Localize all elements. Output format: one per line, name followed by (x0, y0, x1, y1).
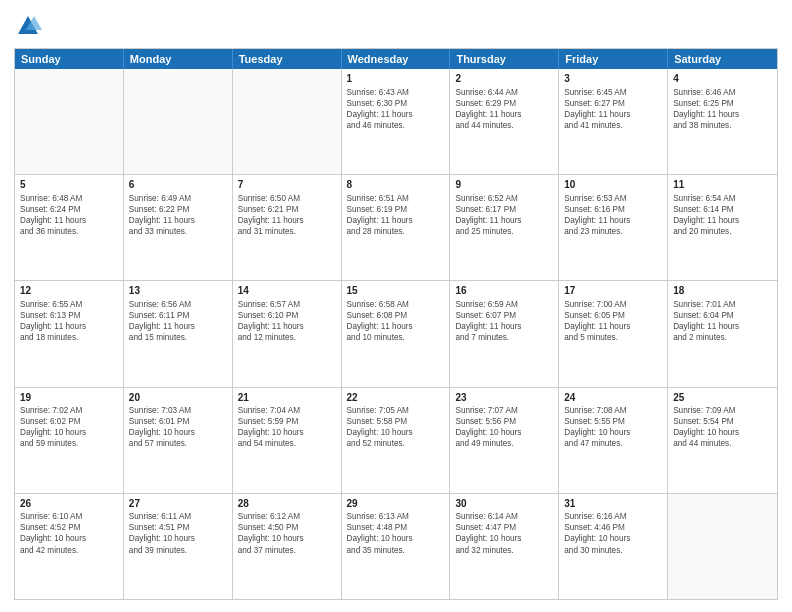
day-info: Sunrise: 6:12 AM Sunset: 4:50 PM Dayligh… (238, 511, 336, 555)
day-number: 29 (347, 497, 445, 511)
day-cell-17: 17Sunrise: 7:00 AM Sunset: 6:05 PM Dayli… (559, 281, 668, 386)
day-number: 8 (347, 178, 445, 192)
week-row-2: 12Sunrise: 6:55 AM Sunset: 6:13 PM Dayli… (15, 281, 777, 387)
day-cell-24: 24Sunrise: 7:08 AM Sunset: 5:55 PM Dayli… (559, 388, 668, 493)
day-cell-20: 20Sunrise: 7:03 AM Sunset: 6:01 PM Dayli… (124, 388, 233, 493)
day-cell-30: 30Sunrise: 6:14 AM Sunset: 4:47 PM Dayli… (450, 494, 559, 599)
day-number: 26 (20, 497, 118, 511)
day-cell-11: 11Sunrise: 6:54 AM Sunset: 6:14 PM Dayli… (668, 175, 777, 280)
day-cell-18: 18Sunrise: 7:01 AM Sunset: 6:04 PM Dayli… (668, 281, 777, 386)
day-cell-9: 9Sunrise: 6:52 AM Sunset: 6:17 PM Daylig… (450, 175, 559, 280)
day-number: 3 (564, 72, 662, 86)
day-info: Sunrise: 7:08 AM Sunset: 5:55 PM Dayligh… (564, 405, 662, 449)
header-day-thursday: Thursday (450, 49, 559, 69)
logo (14, 12, 46, 40)
day-info: Sunrise: 6:53 AM Sunset: 6:16 PM Dayligh… (564, 193, 662, 237)
day-cell-31: 31Sunrise: 6:16 AM Sunset: 4:46 PM Dayli… (559, 494, 668, 599)
day-info: Sunrise: 7:07 AM Sunset: 5:56 PM Dayligh… (455, 405, 553, 449)
day-number: 13 (129, 284, 227, 298)
day-info: Sunrise: 7:09 AM Sunset: 5:54 PM Dayligh… (673, 405, 772, 449)
day-info: Sunrise: 6:44 AM Sunset: 6:29 PM Dayligh… (455, 87, 553, 131)
day-number: 6 (129, 178, 227, 192)
day-cell-1: 1Sunrise: 6:43 AM Sunset: 6:30 PM Daylig… (342, 69, 451, 174)
day-info: Sunrise: 6:10 AM Sunset: 4:52 PM Dayligh… (20, 511, 118, 555)
day-cell-15: 15Sunrise: 6:58 AM Sunset: 6:08 PM Dayli… (342, 281, 451, 386)
day-info: Sunrise: 6:52 AM Sunset: 6:17 PM Dayligh… (455, 193, 553, 237)
day-info: Sunrise: 6:11 AM Sunset: 4:51 PM Dayligh… (129, 511, 227, 555)
day-cell-4: 4Sunrise: 6:46 AM Sunset: 6:25 PM Daylig… (668, 69, 777, 174)
day-cell-22: 22Sunrise: 7:05 AM Sunset: 5:58 PM Dayli… (342, 388, 451, 493)
header-day-saturday: Saturday (668, 49, 777, 69)
day-number: 14 (238, 284, 336, 298)
header-day-sunday: Sunday (15, 49, 124, 69)
day-number: 12 (20, 284, 118, 298)
day-number: 20 (129, 391, 227, 405)
day-info: Sunrise: 7:04 AM Sunset: 5:59 PM Dayligh… (238, 405, 336, 449)
day-cell-29: 29Sunrise: 6:13 AM Sunset: 4:48 PM Dayli… (342, 494, 451, 599)
day-number: 2 (455, 72, 553, 86)
day-info: Sunrise: 6:56 AM Sunset: 6:11 PM Dayligh… (129, 299, 227, 343)
day-number: 19 (20, 391, 118, 405)
page: SundayMondayTuesdayWednesdayThursdayFrid… (0, 0, 792, 612)
day-number: 16 (455, 284, 553, 298)
day-number: 21 (238, 391, 336, 405)
week-row-4: 26Sunrise: 6:10 AM Sunset: 4:52 PM Dayli… (15, 494, 777, 599)
header-day-tuesday: Tuesday (233, 49, 342, 69)
day-number: 1 (347, 72, 445, 86)
day-cell-19: 19Sunrise: 7:02 AM Sunset: 6:02 PM Dayli… (15, 388, 124, 493)
day-info: Sunrise: 6:55 AM Sunset: 6:13 PM Dayligh… (20, 299, 118, 343)
day-number: 5 (20, 178, 118, 192)
day-cell-14: 14Sunrise: 6:57 AM Sunset: 6:10 PM Dayli… (233, 281, 342, 386)
day-cell-12: 12Sunrise: 6:55 AM Sunset: 6:13 PM Dayli… (15, 281, 124, 386)
day-cell-7: 7Sunrise: 6:50 AM Sunset: 6:21 PM Daylig… (233, 175, 342, 280)
day-info: Sunrise: 6:51 AM Sunset: 6:19 PM Dayligh… (347, 193, 445, 237)
calendar-header: SundayMondayTuesdayWednesdayThursdayFrid… (15, 49, 777, 69)
day-info: Sunrise: 6:58 AM Sunset: 6:08 PM Dayligh… (347, 299, 445, 343)
day-cell-8: 8Sunrise: 6:51 AM Sunset: 6:19 PM Daylig… (342, 175, 451, 280)
day-cell-26: 26Sunrise: 6:10 AM Sunset: 4:52 PM Dayli… (15, 494, 124, 599)
day-info: Sunrise: 6:43 AM Sunset: 6:30 PM Dayligh… (347, 87, 445, 131)
empty-cell-4-6 (668, 494, 777, 599)
day-number: 17 (564, 284, 662, 298)
day-info: Sunrise: 6:16 AM Sunset: 4:46 PM Dayligh… (564, 511, 662, 555)
week-row-0: 1Sunrise: 6:43 AM Sunset: 6:30 PM Daylig… (15, 69, 777, 175)
day-cell-16: 16Sunrise: 6:59 AM Sunset: 6:07 PM Dayli… (450, 281, 559, 386)
day-number: 4 (673, 72, 772, 86)
day-cell-28: 28Sunrise: 6:12 AM Sunset: 4:50 PM Dayli… (233, 494, 342, 599)
day-cell-13: 13Sunrise: 6:56 AM Sunset: 6:11 PM Dayli… (124, 281, 233, 386)
day-number: 31 (564, 497, 662, 511)
day-info: Sunrise: 6:54 AM Sunset: 6:14 PM Dayligh… (673, 193, 772, 237)
day-cell-23: 23Sunrise: 7:07 AM Sunset: 5:56 PM Dayli… (450, 388, 559, 493)
day-number: 18 (673, 284, 772, 298)
day-number: 22 (347, 391, 445, 405)
day-info: Sunrise: 6:45 AM Sunset: 6:27 PM Dayligh… (564, 87, 662, 131)
day-info: Sunrise: 7:03 AM Sunset: 6:01 PM Dayligh… (129, 405, 227, 449)
day-number: 15 (347, 284, 445, 298)
day-info: Sunrise: 6:49 AM Sunset: 6:22 PM Dayligh… (129, 193, 227, 237)
week-row-1: 5Sunrise: 6:48 AM Sunset: 6:24 PM Daylig… (15, 175, 777, 281)
day-number: 11 (673, 178, 772, 192)
day-cell-27: 27Sunrise: 6:11 AM Sunset: 4:51 PM Dayli… (124, 494, 233, 599)
calendar-body: 1Sunrise: 6:43 AM Sunset: 6:30 PM Daylig… (15, 69, 777, 599)
empty-cell-0-2 (233, 69, 342, 174)
day-info: Sunrise: 6:46 AM Sunset: 6:25 PM Dayligh… (673, 87, 772, 131)
day-info: Sunrise: 6:59 AM Sunset: 6:07 PM Dayligh… (455, 299, 553, 343)
day-info: Sunrise: 6:14 AM Sunset: 4:47 PM Dayligh… (455, 511, 553, 555)
day-cell-10: 10Sunrise: 6:53 AM Sunset: 6:16 PM Dayli… (559, 175, 668, 280)
day-number: 28 (238, 497, 336, 511)
header-day-wednesday: Wednesday (342, 49, 451, 69)
header (14, 12, 778, 40)
day-cell-2: 2Sunrise: 6:44 AM Sunset: 6:29 PM Daylig… (450, 69, 559, 174)
empty-cell-0-0 (15, 69, 124, 174)
day-cell-3: 3Sunrise: 6:45 AM Sunset: 6:27 PM Daylig… (559, 69, 668, 174)
day-number: 30 (455, 497, 553, 511)
day-info: Sunrise: 7:01 AM Sunset: 6:04 PM Dayligh… (673, 299, 772, 343)
day-info: Sunrise: 7:02 AM Sunset: 6:02 PM Dayligh… (20, 405, 118, 449)
day-cell-5: 5Sunrise: 6:48 AM Sunset: 6:24 PM Daylig… (15, 175, 124, 280)
header-day-monday: Monday (124, 49, 233, 69)
day-number: 25 (673, 391, 772, 405)
week-row-3: 19Sunrise: 7:02 AM Sunset: 6:02 PM Dayli… (15, 388, 777, 494)
day-info: Sunrise: 6:50 AM Sunset: 6:21 PM Dayligh… (238, 193, 336, 237)
logo-icon (14, 12, 42, 40)
day-info: Sunrise: 7:00 AM Sunset: 6:05 PM Dayligh… (564, 299, 662, 343)
